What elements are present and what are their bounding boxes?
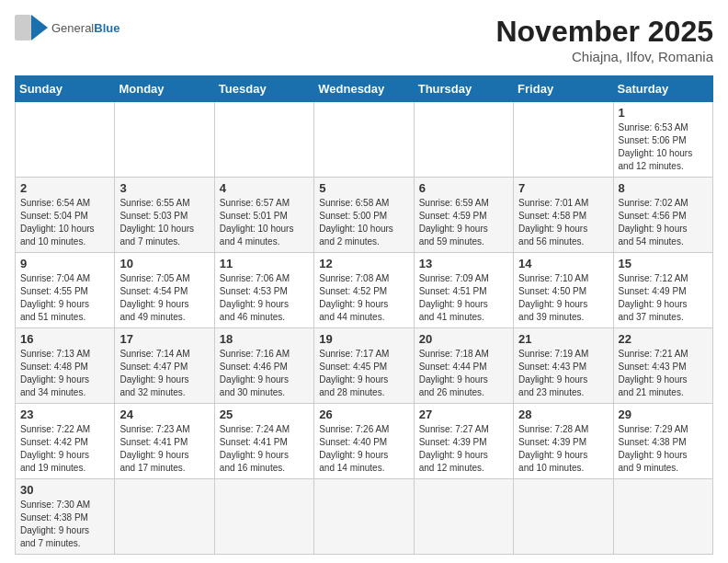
day-info: Sunrise: 7:18 AM Sunset: 4:44 PM Dayligh… <box>419 348 508 399</box>
day-info: Sunrise: 7:17 AM Sunset: 4:45 PM Dayligh… <box>319 348 408 399</box>
day-number: 26 <box>319 408 408 421</box>
day-number: 18 <box>220 332 309 346</box>
calendar-cell: 27Sunrise: 7:27 AM Sunset: 4:39 PM Dayli… <box>414 404 513 479</box>
calendar-cell: 23Sunrise: 7:22 AM Sunset: 4:42 PM Dayli… <box>16 404 115 479</box>
calendar-cell <box>214 102 313 178</box>
calendar-cell: 19Sunrise: 7:17 AM Sunset: 4:45 PM Dayli… <box>314 328 414 404</box>
day-number: 21 <box>518 332 608 346</box>
day-number: 3 <box>119 181 209 195</box>
day-info: Sunrise: 7:08 AM Sunset: 4:52 PM Dayligh… <box>319 272 408 324</box>
calendar-cell: 12Sunrise: 7:08 AM Sunset: 4:52 PM Dayli… <box>314 253 414 328</box>
weekday-header: Saturday <box>613 76 712 102</box>
calendar-cell: 15Sunrise: 7:12 AM Sunset: 4:49 PM Dayli… <box>613 253 712 328</box>
day-info: Sunrise: 7:09 AM Sunset: 4:51 PM Dayligh… <box>419 272 508 324</box>
day-info: Sunrise: 7:12 AM Sunset: 4:49 PM Dayligh… <box>619 272 708 324</box>
calendar-cell <box>414 102 513 178</box>
day-info: Sunrise: 7:28 AM Sunset: 4:39 PM Dayligh… <box>518 423 608 475</box>
weekday-row: SundayMondayTuesdayWednesdayThursdayFrid… <box>16 76 713 102</box>
calendar-cell <box>214 479 313 555</box>
day-number: 16 <box>20 332 109 346</box>
weekday-header: Friday <box>514 76 613 102</box>
calendar-week-row: 16Sunrise: 7:13 AM Sunset: 4:48 PM Dayli… <box>16 328 713 404</box>
calendar-cell: 5Sunrise: 6:58 AM Sunset: 5:00 PM Daylig… <box>314 178 414 253</box>
day-number: 7 <box>518 181 608 195</box>
day-number: 30 <box>20 483 109 497</box>
calendar-cell: 22Sunrise: 7:21 AM Sunset: 4:43 PM Dayli… <box>613 328 712 404</box>
day-info: Sunrise: 7:16 AM Sunset: 4:46 PM Dayligh… <box>220 348 309 399</box>
day-info: Sunrise: 7:05 AM Sunset: 4:54 PM Dayligh… <box>119 272 209 324</box>
weekday-header: Tuesday <box>214 76 313 102</box>
logo-icon <box>15 15 48 40</box>
day-info: Sunrise: 7:21 AM Sunset: 4:43 PM Dayligh… <box>619 348 708 399</box>
day-number: 29 <box>619 408 708 421</box>
svg-rect-0 <box>15 15 31 40</box>
day-info: Sunrise: 7:24 AM Sunset: 4:41 PM Dayligh… <box>220 423 309 475</box>
calendar-cell: 21Sunrise: 7:19 AM Sunset: 4:43 PM Dayli… <box>514 328 613 404</box>
day-info: Sunrise: 7:23 AM Sunset: 4:41 PM Dayligh… <box>119 423 209 475</box>
day-info: Sunrise: 6:59 AM Sunset: 4:59 PM Dayligh… <box>419 197 508 248</box>
calendar-cell: 18Sunrise: 7:16 AM Sunset: 4:46 PM Dayli… <box>214 328 313 404</box>
calendar-table: SundayMondayTuesdayWednesdayThursdayFrid… <box>15 75 713 555</box>
calendar-cell: 29Sunrise: 7:29 AM Sunset: 4:38 PM Dayli… <box>613 404 712 479</box>
day-number: 8 <box>619 181 708 195</box>
calendar-week-row: 9Sunrise: 7:04 AM Sunset: 4:55 PM Daylig… <box>16 253 713 328</box>
calendar-cell: 20Sunrise: 7:18 AM Sunset: 4:44 PM Dayli… <box>414 328 513 404</box>
calendar-cell: 2Sunrise: 6:54 AM Sunset: 5:04 PM Daylig… <box>16 178 115 253</box>
calendar-cell: 16Sunrise: 7:13 AM Sunset: 4:48 PM Dayli… <box>16 328 115 404</box>
weekday-header: Sunday <box>16 76 115 102</box>
location-subtitle: Chiajna, Ilfov, Romania <box>495 49 713 64</box>
page-header: GeneralBlue November 2025 Chiajna, Ilfov… <box>15 15 713 64</box>
weekday-header: Monday <box>115 76 214 102</box>
day-info: Sunrise: 7:29 AM Sunset: 4:38 PM Dayligh… <box>619 423 708 475</box>
svg-marker-1 <box>31 15 48 40</box>
day-info: Sunrise: 7:06 AM Sunset: 4:53 PM Dayligh… <box>220 272 309 324</box>
month-title: November 2025 <box>495 15 713 49</box>
calendar-cell: 3Sunrise: 6:55 AM Sunset: 5:03 PM Daylig… <box>115 178 214 253</box>
day-info: Sunrise: 7:26 AM Sunset: 4:40 PM Dayligh… <box>319 423 408 475</box>
calendar-cell <box>16 102 115 178</box>
calendar-header: SundayMondayTuesdayWednesdayThursdayFrid… <box>16 76 713 102</box>
day-number: 19 <box>319 332 408 346</box>
day-number: 15 <box>619 257 708 270</box>
calendar-cell: 26Sunrise: 7:26 AM Sunset: 4:40 PM Dayli… <box>314 404 414 479</box>
day-number: 12 <box>319 257 408 270</box>
logo: GeneralBlue <box>15 15 119 40</box>
day-number: 22 <box>619 332 708 346</box>
day-number: 27 <box>419 408 508 421</box>
logo-text: GeneralBlue <box>51 21 119 35</box>
day-number: 25 <box>220 408 309 421</box>
day-info: Sunrise: 7:19 AM Sunset: 4:43 PM Dayligh… <box>518 348 608 399</box>
calendar-cell: 11Sunrise: 7:06 AM Sunset: 4:53 PM Dayli… <box>214 253 313 328</box>
calendar-body: 1Sunrise: 6:53 AM Sunset: 5:06 PM Daylig… <box>16 102 713 555</box>
calendar-week-row: 1Sunrise: 6:53 AM Sunset: 5:06 PM Daylig… <box>16 102 713 178</box>
day-info: Sunrise: 6:55 AM Sunset: 5:03 PM Dayligh… <box>119 197 209 248</box>
day-info: Sunrise: 7:27 AM Sunset: 4:39 PM Dayligh… <box>419 423 508 475</box>
calendar-week-row: 2Sunrise: 6:54 AM Sunset: 5:04 PM Daylig… <box>16 178 713 253</box>
day-info: Sunrise: 7:01 AM Sunset: 4:58 PM Dayligh… <box>518 197 608 248</box>
calendar-cell: 7Sunrise: 7:01 AM Sunset: 4:58 PM Daylig… <box>514 178 613 253</box>
day-number: 4 <box>220 181 309 195</box>
calendar-cell: 10Sunrise: 7:05 AM Sunset: 4:54 PM Dayli… <box>115 253 214 328</box>
calendar-cell <box>514 479 613 555</box>
day-info: Sunrise: 7:14 AM Sunset: 4:47 PM Dayligh… <box>119 348 209 399</box>
calendar-cell <box>314 102 414 178</box>
day-number: 23 <box>20 408 109 421</box>
weekday-header: Thursday <box>414 76 513 102</box>
day-number: 1 <box>619 106 708 120</box>
day-info: Sunrise: 7:04 AM Sunset: 4:55 PM Dayligh… <box>20 272 109 324</box>
calendar-cell <box>613 479 712 555</box>
calendar-cell <box>115 102 214 178</box>
calendar-cell: 8Sunrise: 7:02 AM Sunset: 4:56 PM Daylig… <box>613 178 712 253</box>
calendar-cell <box>414 479 513 555</box>
calendar-week-row: 30Sunrise: 7:30 AM Sunset: 4:38 PM Dayli… <box>16 479 713 555</box>
calendar-cell: 24Sunrise: 7:23 AM Sunset: 4:41 PM Dayli… <box>115 404 214 479</box>
calendar-cell: 13Sunrise: 7:09 AM Sunset: 4:51 PM Dayli… <box>414 253 513 328</box>
calendar-cell: 1Sunrise: 6:53 AM Sunset: 5:06 PM Daylig… <box>613 102 712 178</box>
day-number: 17 <box>119 332 209 346</box>
title-block: November 2025 Chiajna, Ilfov, Romania <box>495 15 713 64</box>
day-number: 6 <box>419 181 508 195</box>
day-info: Sunrise: 7:10 AM Sunset: 4:50 PM Dayligh… <box>518 272 608 324</box>
day-info: Sunrise: 7:30 AM Sunset: 4:38 PM Dayligh… <box>20 499 109 550</box>
day-number: 13 <box>419 257 508 270</box>
calendar-cell: 17Sunrise: 7:14 AM Sunset: 4:47 PM Dayli… <box>115 328 214 404</box>
